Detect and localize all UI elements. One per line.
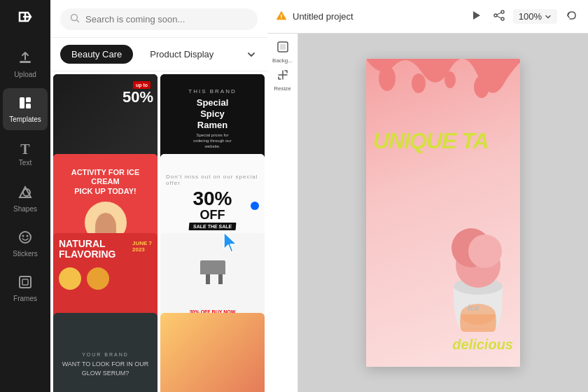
resize-tool-label: Resize: [274, 85, 290, 92]
templates-grid: up to 50% Special deal for our loyal cus…: [50, 71, 267, 392]
canvas-document[interactable]: UNIQUE TA: [366, 59, 520, 367]
resize-icon: [276, 69, 289, 84]
shapes-icon: [18, 185, 33, 202]
search-container: [50, 0, 267, 38]
topbar-left: Untitled project: [276, 10, 354, 23]
svg-point-23: [474, 76, 489, 98]
project-title: Untitled project: [293, 11, 354, 22]
sidebar-item-frames[interactable]: Frames: [3, 267, 48, 309]
sidebar-item-text-label: Text: [19, 159, 31, 167]
canvas-area: Untitled project 100%: [267, 0, 588, 392]
svg-point-6: [22, 235, 24, 237]
filter-dropdown-button[interactable]: [245, 48, 258, 61]
stickers-icon: [18, 230, 33, 247]
topbar-right: 100%: [468, 7, 580, 27]
svg-rect-2: [26, 97, 31, 102]
tools-sidebar: Backg... Resize: [267, 34, 298, 392]
svg-line-16: [497, 13, 501, 15]
sidebar-item-shapes-label: Shapes: [13, 205, 37, 213]
svg-point-15: [494, 14, 497, 17]
zoom-level: 100%: [519, 11, 542, 22]
svg-rect-9: [22, 279, 28, 285]
sidebar-item-frames-label: Frames: [13, 295, 37, 302]
svg-rect-0: [20, 61, 31, 63]
upload-icon: [18, 50, 33, 68]
svg-rect-1: [20, 97, 24, 108]
background-icon: [276, 41, 289, 56]
template-card-8[interactable]: [160, 313, 265, 393]
svg-text:ice: ice: [468, 303, 479, 313]
background-tool-label: Backg...: [272, 57, 293, 64]
svg-line-17: [497, 16, 501, 18]
zoom-control: 100%: [513, 9, 557, 24]
undo-button[interactable]: [563, 7, 580, 27]
svg-marker-12: [473, 11, 480, 20]
search-input[interactable]: [85, 14, 248, 24]
sidebar-item-upload-label: Upload: [14, 71, 36, 78]
svg-rect-8: [20, 276, 31, 288]
sidebar-item-templates-label: Templates: [9, 115, 41, 123]
svg-rect-19: [280, 44, 286, 50]
svg-point-20: [379, 66, 396, 91]
svg-point-14: [501, 18, 504, 20]
share-button[interactable]: [491, 7, 507, 27]
svg-point-5: [20, 232, 31, 243]
warning-icon: [276, 10, 287, 23]
svg-point-22: [444, 71, 456, 88]
filter-bar: Beauty Care Product Display: [50, 38, 267, 71]
canvas-title-text: UNIQUE TA: [373, 129, 489, 153]
templates-panel: Beauty Care Product Display up to 50% Sp…: [50, 0, 267, 392]
canvas-viewport: UNIQUE TA: [298, 34, 588, 392]
svg-point-13: [501, 10, 504, 13]
canvas-delicious-text: delicious: [452, 337, 513, 353]
svg-point-28: [468, 234, 502, 268]
play-button[interactable]: [468, 7, 485, 27]
left-sidebar: Upload Templates T Text Shapes: [0, 0, 50, 392]
resize-tool[interactable]: Resize: [270, 67, 295, 92]
templates-icon: [18, 95, 33, 113]
app-logo: [13, 6, 38, 31]
text-icon: T: [20, 142, 29, 156]
svg-point-21: [412, 74, 426, 93]
sidebar-item-stickers[interactable]: Stickers: [3, 223, 48, 265]
search-box: [60, 8, 258, 30]
svg-point-7: [27, 235, 29, 237]
svg-rect-3: [26, 104, 31, 108]
filter-product-display[interactable]: Product Display: [139, 45, 225, 64]
canvas-topbar: Untitled project 100%: [267, 0, 588, 34]
sidebar-item-stickers-label: Stickers: [13, 250, 38, 258]
search-icon: [70, 13, 80, 25]
background-tool[interactable]: Backg...: [270, 39, 295, 64]
frames-icon: [18, 274, 33, 292]
zoom-dropdown-icon: [545, 13, 552, 20]
sidebar-item-upload[interactable]: Upload: [3, 43, 48, 85]
template-card-7[interactable]: YOUR BRAND WANT TO LOOK FOR IN OUR GLOW …: [53, 313, 158, 393]
sidebar-item-templates[interactable]: Templates: [3, 88, 48, 130]
canvas-icecream-illustration: ice: [422, 178, 520, 332]
sidebar-item-shapes[interactable]: Shapes: [3, 178, 48, 220]
sidebar-item-text[interactable]: T Text: [3, 133, 48, 175]
svg-point-11: [281, 18, 282, 19]
filter-beauty-care[interactable]: Beauty Care: [60, 45, 133, 64]
